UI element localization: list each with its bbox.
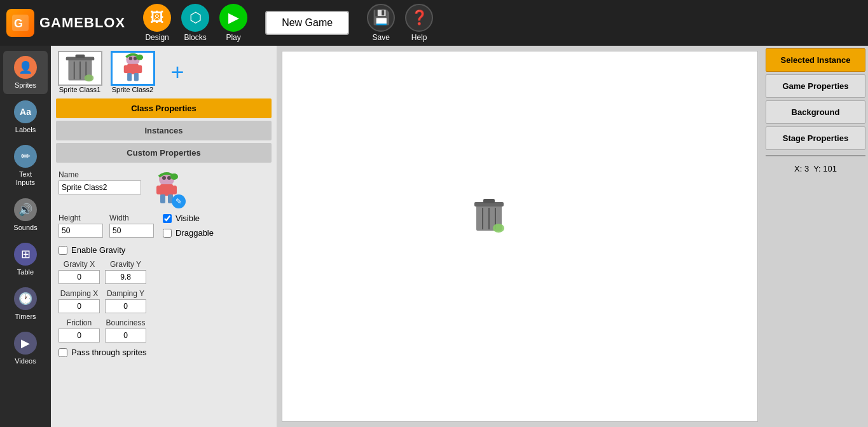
save-icon: 💾 bbox=[367, 4, 395, 32]
height-input[interactable] bbox=[59, 224, 103, 238]
topbar: G GAMEBLOX 🖼 Design ⬡ Blocks ▶ Play New … bbox=[0, 0, 868, 46]
svg-point-24 bbox=[162, 176, 166, 180]
svg-rect-21 bbox=[172, 186, 177, 194]
sidebar-item-sounds[interactable]: 🔊 Sounds bbox=[3, 193, 48, 236]
sidebar-item-timers[interactable]: 🕐 Timers bbox=[3, 282, 48, 325]
damping-x-input[interactable] bbox=[59, 299, 100, 313]
play-icon: ▶ bbox=[219, 4, 247, 32]
visible-label: Visible bbox=[176, 214, 200, 223]
right-divider bbox=[766, 155, 865, 156]
design-icon: 🖼 bbox=[143, 4, 171, 32]
visible-checkbox[interactable] bbox=[163, 214, 172, 223]
size-row: Height Width Visible Draggable bbox=[59, 214, 269, 240]
gravity-y-group: Gravity Y bbox=[105, 260, 146, 284]
sprites-icon: 👤 bbox=[14, 56, 37, 79]
height-label: Height bbox=[59, 214, 103, 222]
damping-y-label: Damping Y bbox=[107, 289, 144, 298]
damping-x-group: Damping X bbox=[59, 289, 100, 313]
blocks-button[interactable]: ⬡ Blocks bbox=[181, 4, 209, 42]
damping-row: Damping X Damping Y bbox=[59, 289, 269, 313]
svg-rect-19 bbox=[160, 184, 173, 196]
new-game-button[interactable]: New Game bbox=[265, 11, 349, 35]
svg-point-8 bbox=[84, 74, 93, 81]
sprite-class2-small-preview: ✎ bbox=[148, 170, 186, 208]
bounciness-label: Bounciness bbox=[106, 318, 145, 327]
name-label: Name bbox=[59, 170, 141, 179]
labels-icon: Aa bbox=[14, 100, 37, 123]
svg-rect-11 bbox=[123, 65, 128, 73]
sidebar-item-videos[interactable]: ▶ Videos bbox=[3, 327, 48, 370]
help-button[interactable]: ❓ Help bbox=[405, 4, 433, 42]
right-panel: Selected Instance Game Properties Backgr… bbox=[763, 46, 868, 427]
svg-text:G: G bbox=[14, 17, 23, 30]
class-properties-section: Name ✎ bbox=[56, 165, 272, 365]
friction-label: Friction bbox=[67, 318, 92, 327]
gravity-x-input[interactable] bbox=[59, 270, 100, 284]
pass-through-checkbox[interactable] bbox=[59, 348, 67, 357]
enable-gravity-row: Enable Gravity bbox=[59, 245, 269, 255]
game-properties-button[interactable]: Game Properties bbox=[766, 74, 865, 98]
background-button[interactable]: Background bbox=[766, 100, 865, 124]
design-button[interactable]: 🖼 Design bbox=[143, 4, 171, 42]
friction-bounciness-row: Friction Bounciness bbox=[59, 318, 269, 342]
play-button[interactable]: ▶ Play bbox=[219, 4, 247, 42]
selected-instance-button[interactable]: Selected Instance bbox=[766, 48, 865, 72]
name-group: Name bbox=[59, 170, 141, 194]
sprite-class1-preview bbox=[58, 51, 102, 86]
enable-gravity-checkbox[interactable] bbox=[59, 246, 67, 255]
svg-point-15 bbox=[128, 57, 132, 60]
gravity-y-label: Gravity Y bbox=[110, 260, 141, 269]
stage-properties-button[interactable]: Stage Properties bbox=[766, 126, 865, 150]
timers-icon: 🕐 bbox=[14, 287, 37, 310]
gravity-x-group: Gravity X bbox=[59, 260, 100, 284]
sidebar-item-table[interactable]: ⊞ Table bbox=[3, 238, 48, 281]
pass-through-row: Pass through sprites bbox=[59, 348, 269, 357]
pass-through-label: Pass through sprites bbox=[71, 348, 147, 357]
bounciness-group: Bounciness bbox=[105, 318, 146, 342]
width-input[interactable] bbox=[109, 224, 154, 238]
sprite-class1-thumb[interactable]: Sprite Class1 bbox=[56, 51, 104, 93]
sidebar-item-sprites[interactable]: 👤 Sprites bbox=[3, 51, 48, 94]
width-label: Width bbox=[109, 214, 154, 222]
height-group: Height bbox=[59, 214, 103, 238]
blocks-icon: ⬡ bbox=[181, 4, 209, 32]
svg-rect-12 bbox=[137, 65, 142, 73]
instances-tab[interactable]: Instances bbox=[56, 121, 272, 140]
draggable-row: Draggable bbox=[163, 228, 214, 238]
damping-y-input[interactable] bbox=[105, 299, 146, 313]
visible-row: Visible bbox=[163, 214, 214, 223]
logo-area: G GAMEBLOX bbox=[6, 9, 125, 37]
sidebar-item-labels[interactable]: Aa Labels bbox=[3, 95, 48, 139]
svg-rect-10 bbox=[127, 64, 139, 74]
svg-rect-4 bbox=[75, 55, 85, 58]
enable-gravity-label: Enable Gravity bbox=[71, 245, 125, 255]
visibility-group: Visible Draggable bbox=[163, 214, 214, 240]
svg-rect-13 bbox=[127, 73, 132, 81]
svg-point-33 bbox=[493, 224, 504, 233]
custom-properties-tab[interactable]: Custom Properties bbox=[56, 143, 272, 163]
sprite-class2-thumb[interactable]: Sprite Class2 bbox=[109, 51, 156, 93]
draggable-checkbox[interactable] bbox=[163, 229, 172, 238]
svg-rect-29 bbox=[483, 199, 495, 203]
draggable-label: Draggable bbox=[176, 228, 214, 238]
canvas-sprite[interactable] bbox=[473, 198, 505, 238]
add-sprite-button[interactable]: + bbox=[162, 57, 193, 88]
coordinate-display: X: 3 Y: 101 bbox=[766, 161, 865, 176]
name-input[interactable] bbox=[59, 180, 141, 194]
sprite-edit-icon[interactable]: ✎ bbox=[172, 194, 186, 208]
canvas-area[interactable] bbox=[282, 51, 758, 422]
save-button[interactable]: 💾 Save bbox=[367, 4, 395, 42]
properties-panel: Sprite Class1 bbox=[51, 46, 277, 427]
gravity-x-label: Gravity X bbox=[64, 260, 95, 269]
gravity-y-input[interactable] bbox=[105, 270, 146, 284]
friction-input[interactable] bbox=[59, 329, 100, 342]
gravity-row: Gravity X Gravity Y bbox=[59, 260, 269, 284]
class-properties-tab[interactable]: Class Properties bbox=[56, 98, 272, 118]
videos-icon: ▶ bbox=[14, 332, 37, 355]
friction-group: Friction bbox=[59, 318, 100, 342]
sidebar-item-text-inputs[interactable]: ✏ TextInputs bbox=[3, 140, 48, 192]
help-icon: ❓ bbox=[405, 4, 433, 32]
logo-icon: G bbox=[6, 9, 34, 37]
bounciness-input[interactable] bbox=[105, 329, 146, 342]
svg-point-17 bbox=[136, 55, 143, 60]
